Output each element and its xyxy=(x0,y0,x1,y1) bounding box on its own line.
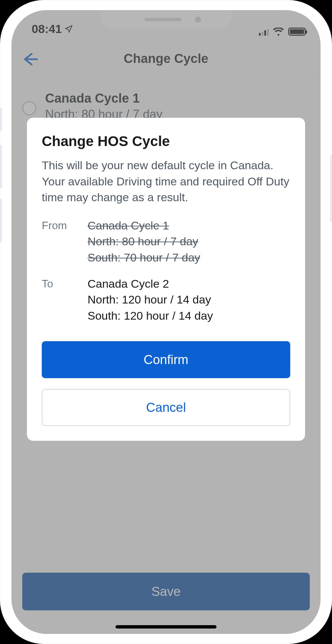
phone-side-button xyxy=(330,155,332,222)
phone-side-button xyxy=(0,199,2,242)
from-line-1: Canada Cycle 1 xyxy=(88,218,200,234)
confirm-button-label: Confirm xyxy=(143,353,188,367)
to-value: Canada Cycle 2 North: 120 hour / 14 day … xyxy=(88,276,213,324)
to-row: To Canada Cycle 2 North: 120 hour / 14 d… xyxy=(42,276,290,324)
from-line-3: South: 70 hour / 7 day xyxy=(88,250,200,266)
to-label: To xyxy=(42,276,79,291)
dialog-title: Change HOS Cycle xyxy=(42,133,290,149)
cancel-button-label: Cancel xyxy=(146,400,186,415)
dialog-body-text: This will be your new default cycle in C… xyxy=(42,157,290,206)
to-line-3: South: 120 hour / 14 day xyxy=(88,308,213,324)
from-value: Canada Cycle 1 North: 80 hour / 7 day So… xyxy=(88,218,200,266)
phone-side-button xyxy=(0,108,2,131)
to-line-2: North: 120 hour / 14 day xyxy=(88,292,213,308)
to-line-1: Canada Cycle 2 xyxy=(88,276,213,292)
phone-side-button xyxy=(0,145,2,188)
screen: 08:41 Change Cycle xyxy=(11,10,321,634)
change-hos-cycle-dialog: Change HOS Cycle This will be your new d… xyxy=(27,118,305,441)
from-label: From xyxy=(42,218,79,233)
from-row: From Canada Cycle 1 North: 80 hour / 7 d… xyxy=(42,218,290,266)
from-line-2: North: 80 hour / 7 day xyxy=(88,234,200,250)
home-indicator[interactable] xyxy=(115,625,217,629)
confirm-button[interactable]: Confirm xyxy=(42,341,290,378)
phone-frame: 08:41 Change Cycle xyxy=(0,0,332,644)
cancel-button[interactable]: Cancel xyxy=(42,389,290,426)
